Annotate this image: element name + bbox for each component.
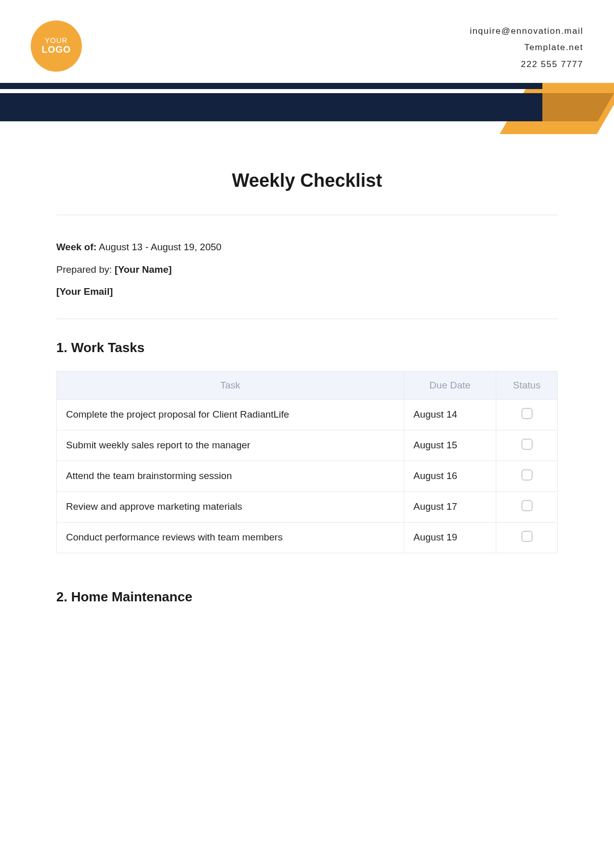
status-cell <box>496 461 558 491</box>
col-task: Task <box>57 371 404 399</box>
task-cell: Conduct performance reviews with team me… <box>57 522 404 553</box>
contact-site: Template.net <box>470 39 583 56</box>
header-band <box>0 83 614 134</box>
status-cell <box>496 522 558 553</box>
due-cell: August 19 <box>404 522 496 553</box>
logo-line2: LOGO <box>42 45 71 55</box>
checkbox-icon[interactable] <box>521 439 533 450</box>
status-cell <box>496 430 558 461</box>
due-cell: August 17 <box>404 491 496 522</box>
task-cell: Review and approve marketing materials <box>57 491 404 522</box>
email-line: [Your Email] <box>56 280 558 303</box>
col-due: Due Date <box>404 371 496 399</box>
prepared-value: [Your Name] <box>115 264 172 275</box>
checkbox-icon[interactable] <box>521 500 533 511</box>
week-line: Week of: August 13 - August 19, 2050 <box>56 236 558 258</box>
contact-phone: 222 555 7777 <box>470 56 583 73</box>
thin-bar <box>0 83 542 89</box>
page-title: Weekly Checklist <box>56 170 558 191</box>
prepared-line: Prepared by: [Your Name] <box>56 258 558 281</box>
email-value: [Your Email] <box>56 286 113 297</box>
due-cell: August 16 <box>404 461 496 491</box>
document-page: YOUR LOGO inquire@ennovation.mail Templa… <box>0 0 614 868</box>
section-title-home: 2. Home Maintenance <box>56 589 558 605</box>
due-cell: August 15 <box>404 430 496 461</box>
checkbox-icon[interactable] <box>521 408 533 419</box>
header: YOUR LOGO inquire@ennovation.mail Templa… <box>0 20 614 73</box>
week-value: August 13 - August 19, 2050 <box>99 242 222 252</box>
table-row: Attend the team brainstorming session Au… <box>57 461 558 491</box>
section-title-work: 1. Work Tasks <box>56 340 558 356</box>
due-cell: August 14 <box>404 399 496 430</box>
meta-block: Week of: August 13 - August 19, 2050 Pre… <box>56 215 558 318</box>
table-row: Conduct performance reviews with team me… <box>57 522 558 553</box>
logo-line1: YOUR <box>45 37 68 45</box>
table-header-row: Task Due Date Status <box>57 371 558 399</box>
logo: YOUR LOGO <box>31 20 82 72</box>
task-cell: Complete the project proposal for Client… <box>57 399 404 430</box>
checkbox-icon[interactable] <box>521 469 533 481</box>
status-cell <box>496 399 558 430</box>
table-row: Submit weekly sales report to the manage… <box>57 430 558 461</box>
col-status: Status <box>496 371 558 399</box>
contact-block: inquire@ennovation.mail Template.net 222… <box>470 23 583 73</box>
task-cell: Submit weekly sales report to the manage… <box>57 430 404 461</box>
work-tasks-table: Task Due Date Status Complete the projec… <box>56 371 558 553</box>
contact-email: inquire@ennovation.mail <box>470 23 583 39</box>
divider <box>56 318 558 319</box>
table-row: Complete the project proposal for Client… <box>57 399 558 430</box>
content: Weekly Checklist Week of: August 13 - Au… <box>0 134 614 605</box>
prepared-label: Prepared by: <box>56 264 112 275</box>
task-cell: Attend the team brainstorming session <box>57 461 404 491</box>
table-row: Review and approve marketing materials A… <box>57 491 558 522</box>
status-cell <box>496 491 558 522</box>
week-label: Week of: <box>56 242 97 252</box>
checkbox-icon[interactable] <box>521 531 533 542</box>
thick-bar <box>0 93 542 121</box>
